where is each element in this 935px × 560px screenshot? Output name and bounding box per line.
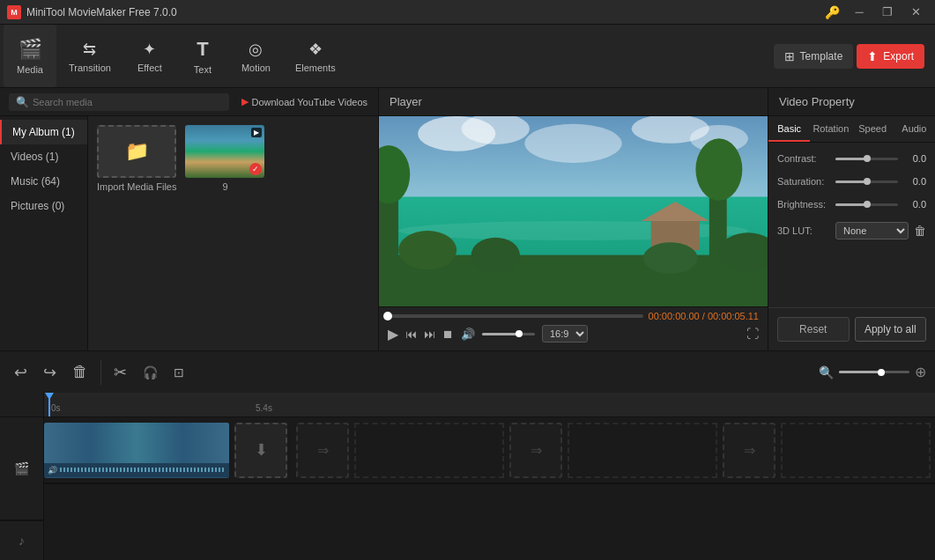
delete-button[interactable]: 🗑	[67, 359, 93, 385]
toolbar-media[interactable]: 🎬 Media	[4, 25, 56, 87]
zoom-in-icon[interactable]: ⊕	[915, 364, 926, 380]
player-header: Player	[379, 88, 768, 116]
sidebar-item-music[interactable]: Music (64)	[0, 169, 87, 194]
effect-icon: ✦	[143, 40, 156, 59]
contrast-row: Contrast: 0.0	[777, 153, 926, 164]
sidebar-item-pictures[interactable]: Pictures (0)	[0, 194, 87, 218]
contrast-slider[interactable]	[835, 158, 898, 160]
prev-frame-button[interactable]: ⏮	[405, 328, 417, 341]
text-icon: T	[197, 38, 208, 61]
media-icon: 🎬	[19, 38, 42, 61]
toolbar-effect[interactable]: ✦ Effect	[123, 25, 176, 87]
property-tabs: Basic Rotation Speed Audio	[768, 116, 935, 143]
media-grid: 📁 Import Media Files ▶ ✓ 9	[88, 116, 378, 350]
volume-slider[interactable]	[482, 333, 535, 335]
toolbar-motion-label: Motion	[241, 63, 271, 73]
svg-point-3	[524, 124, 621, 163]
tab-rotation[interactable]: Rotation	[810, 116, 851, 142]
empty-slot-1[interactable]	[354, 423, 504, 478]
toolbar-transition[interactable]: ⇆ Transition	[56, 25, 123, 87]
cut-button[interactable]: ✂	[108, 359, 132, 386]
import-folder-icon: 📁	[125, 140, 149, 163]
undo-button[interactable]: ↩	[9, 359, 33, 386]
clip-transition-3[interactable]: ⇒	[509, 423, 562, 478]
zoom-slider[interactable]	[839, 371, 909, 373]
timeline-playhead[interactable]	[48, 393, 50, 416]
media-sidebar: My Album (1) Videos (1) Music (64) Pictu…	[0, 116, 88, 350]
audio-track-label[interactable]: ♪	[0, 520, 43, 560]
lut-select[interactable]: None	[835, 222, 909, 239]
video-property-panel: Video Property Basic Rotation Speed Audi…	[768, 88, 935, 350]
clip-transition-2[interactable]: ⇒	[296, 423, 349, 478]
download-youtube-button[interactable]: ▶ Download YouTube Videos	[236, 94, 374, 109]
audio-button[interactable]: 🎧	[137, 362, 163, 383]
tab-basic[interactable]: Basic	[768, 116, 810, 142]
search-bar[interactable]: 🔍	[9, 93, 229, 111]
redo-button[interactable]: ↪	[38, 359, 62, 386]
lut-delete-button[interactable]: 🗑	[914, 224, 926, 238]
stop-button[interactable]: ⏹	[442, 328, 454, 341]
export-button[interactable]: ⬆ Export	[857, 44, 924, 69]
key-icon: 🔑	[825, 5, 840, 19]
fullscreen-button[interactable]: ⛶	[746, 327, 759, 341]
minimize-button[interactable]: ─	[847, 4, 872, 21]
tab-speed[interactable]: Speed	[852, 116, 894, 142]
playhead-triangle	[45, 393, 54, 400]
clip-transition-1[interactable]: ⬇	[234, 423, 287, 478]
arrow-right-icon-2: ⇒	[317, 442, 329, 459]
clip-thumbnails	[44, 423, 229, 463]
left-panel-inner: My Album (1) Videos (1) Music (64) Pictu…	[0, 116, 378, 350]
template-button[interactable]: ⊞ Template	[774, 44, 854, 69]
sidebar-item-myalbum[interactable]: My Album (1)	[0, 120, 87, 144]
next-frame-button[interactable]: ⏭	[424, 328, 435, 341]
audio-track-row	[44, 483, 935, 523]
export-label: Export	[883, 50, 914, 63]
play-button[interactable]: ▶	[388, 326, 398, 343]
beach-preview-image	[379, 116, 768, 306]
toolbar-motion[interactable]: ◎ Motion	[229, 25, 283, 87]
template-label: Template	[800, 50, 843, 63]
timeline-toolbar: ↩ ↪ 🗑 ✂ 🎧 ⊡ 🔍 ⊕	[0, 350, 935, 393]
property-header: Video Property	[768, 88, 935, 116]
svg-point-16	[398, 231, 456, 269]
brightness-slider[interactable]	[835, 203, 898, 206]
lut-row: 3D LUT: None 🗑	[777, 222, 926, 239]
download-icon: ▶	[241, 96, 249, 107]
download-transition-icon: ⬇	[255, 440, 268, 460]
toolbar-text-label: Text	[194, 64, 211, 75]
progress-bar-area: 00:00:00.00 / 00:00:05.11	[388, 311, 759, 321]
toolbar-elements[interactable]: ❖ Elements	[283, 25, 348, 87]
tab-audio[interactable]: Audio	[894, 116, 935, 142]
close-button[interactable]: ✕	[903, 4, 928, 21]
progress-bar[interactable]	[388, 314, 643, 318]
saturation-label: Saturation:	[777, 176, 830, 187]
toolbar-text[interactable]: T Text	[176, 25, 229, 87]
titlebar: M MiniTool MovieMaker Free 7.0.0 🔑 ─ ❐ ✕	[0, 0, 935, 25]
video-thumb: ▶ ✓	[185, 125, 264, 178]
empty-slot-3[interactable]	[781, 423, 931, 478]
aspect-ratio-select[interactable]: 16:9 4:3 1:1 9:16	[542, 325, 588, 343]
player-video[interactable]: ◀	[379, 116, 768, 306]
sidebar-item-videos[interactable]: Videos (1)	[0, 144, 87, 169]
video-media-item[interactable]: ▶ ✓ 9	[185, 125, 264, 192]
reset-button[interactable]: Reset	[777, 317, 850, 342]
apply-all-button[interactable]: Apply to all	[855, 317, 927, 342]
saturation-slider[interactable]	[835, 181, 898, 183]
import-thumb: 📁	[97, 125, 176, 178]
empty-slot-2[interactable]	[568, 423, 717, 478]
video-clip-1[interactable]: 🔊	[44, 423, 229, 478]
clip-transition-4[interactable]: ⇒	[723, 423, 775, 478]
left-panel: 🔍 ▶ Download YouTube Videos My Album (1)…	[0, 88, 379, 350]
crop-button[interactable]: ⊡	[168, 362, 189, 383]
arrow-right-icon-3: ⇒	[531, 442, 542, 459]
video-type-badge: ▶	[251, 128, 262, 137]
export-icon: ⬆	[867, 49, 878, 63]
video-track-label[interactable]: 🎬	[0, 417, 43, 520]
import-media-item[interactable]: 📁 Import Media Files	[97, 125, 176, 192]
search-input[interactable]	[33, 97, 222, 107]
brightness-slider-wrap	[835, 203, 898, 206]
zoom-out-icon[interactable]: 🔍	[819, 365, 834, 379]
volume-button[interactable]: 🔊	[461, 328, 475, 341]
restore-button[interactable]: ❐	[875, 4, 900, 21]
search-icon: 🔍	[16, 96, 29, 108]
